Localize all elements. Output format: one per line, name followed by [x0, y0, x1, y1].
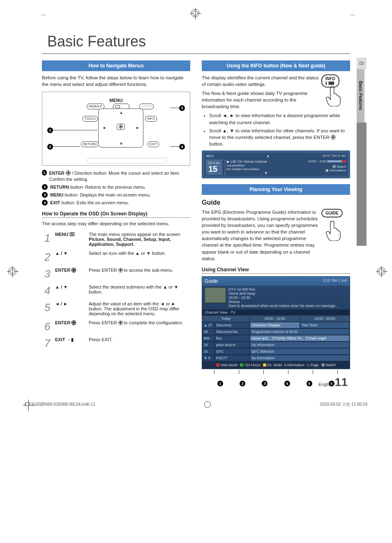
- info-bullet: Scroll ◄, ► to view information for a de…: [209, 112, 350, 125]
- guide-button-illustration: GUIDE: [321, 209, 350, 242]
- gui-rows: ▲ 27DiscoveryAmerican ChopperTine Team 2…: [202, 322, 350, 361]
- remote-menu-label: MENU: [46, 98, 186, 103]
- nn-channel-num: 15: [208, 165, 220, 173]
- page-title: Basic Features: [47, 33, 371, 50]
- gui-columns: Today 18:00 - 19:00 19:00 - 20:00: [202, 315, 350, 322]
- osd-step-num: 7: [43, 335, 53, 351]
- osd-step-desc: The main menu options appear on the scre…: [87, 230, 189, 248]
- callout-line: [53, 130, 97, 130]
- remote-callout-3: 3: [179, 105, 185, 111]
- callout-num: 5: [307, 381, 312, 386]
- osd-row: 5◄ / ►Adjust the value of an item with t…: [43, 300, 189, 318]
- intro-text: Before using the TV, follow the steps be…: [42, 74, 190, 88]
- gui-row: 16QVCQVC Selection: [202, 348, 350, 355]
- gui-prog: No Information: [250, 342, 350, 348]
- osd-row: 7EXIT →▮Press EXIT.: [43, 335, 189, 351]
- section-planning: Planning Your Viewing: [202, 184, 350, 195]
- remote-faded-row: [87, 158, 167, 164]
- gui-prog: Tine Team: [300, 322, 350, 328]
- gui-col: Today: [202, 315, 250, 322]
- section-how-to-navigate: How to Navigate Menus: [42, 60, 190, 71]
- osd-note: The access step may differ depending on …: [42, 220, 190, 227]
- gui-ch-name: DiscoveryH&L: [214, 328, 250, 335]
- osd-step-key: ▲ / ▼: [53, 283, 86, 299]
- callout-line: [170, 108, 179, 108]
- osd-rule: [42, 217, 190, 218]
- osd-step-num: 3: [43, 266, 53, 282]
- gui-ch-num: 24: [202, 342, 214, 348]
- gui-info-line: Drama: [228, 300, 347, 304]
- remote-callout-4: 4: [179, 144, 185, 150]
- osd-steps-table: 1 MENU ⌧ The main menu options appear on…: [42, 229, 190, 352]
- osd-row: 6ENTER 🕀Press ENTER 🕀 to complete the co…: [43, 319, 189, 335]
- nn-class: Unclassified: [227, 164, 305, 167]
- osd-step-key: EXIT →▮: [53, 335, 86, 351]
- osd-step-num: 5: [43, 300, 53, 318]
- info-bullet: Scroll ▲, ▼ to view information for othe…: [209, 127, 350, 147]
- legend-num: 3: [42, 192, 48, 198]
- osd-row: 1 MENU ⌧ The main menu options appear on…: [43, 230, 189, 248]
- remote-dpad: ▲ ▼ ◄ ► 🕀: [98, 109, 143, 148]
- osd-heading: How to Operate the OSD (On Screen Displa…: [42, 211, 190, 217]
- remote-callout-2: 2: [47, 144, 53, 150]
- osd-step-desc: Press ENTER 🕀 to complete the configurat…: [87, 319, 189, 335]
- nn-watch: Watch: [337, 165, 346, 169]
- osd-row: 3ENTER 🕀Press ENTER 🕀 to access the sub-…: [43, 266, 189, 282]
- osd-step-key: MENU ⌧: [53, 230, 86, 248]
- hand-icon: [325, 220, 343, 241]
- callout-num: 1: [217, 381, 223, 386]
- gui-row: ▼ 6R4DTTNo Information: [202, 355, 350, 361]
- guide-heading: Guide: [202, 199, 350, 206]
- using-channel-view-h: Using Channel View: [202, 267, 350, 273]
- legend-num: 1: [42, 170, 47, 176]
- osd-step-desc: Select the desired submenu with the ▲ or…: [87, 283, 189, 299]
- hand-icon: [325, 86, 343, 106]
- callout-line: [170, 146, 179, 147]
- remote-btn-info: INFO: [145, 116, 157, 122]
- callout-line: [53, 146, 80, 147]
- footer-file: [UC5100]BN68-02656B-00L04.indb 11: [25, 402, 95, 407]
- osd-step-num: 1: [43, 230, 53, 248]
- footer-date: 2010-03-02 오전 11:50:18: [320, 402, 367, 407]
- gui-col: 18:00 - 19:00: [250, 315, 300, 322]
- nn-abc: abc1: [206, 154, 214, 158]
- section-info-button: Using the INFO button (Now & Next guide): [202, 60, 350, 71]
- osd-step-key: ENTER 🕀: [53, 266, 86, 282]
- osd-step-desc: Adjust the value of an item with the ◄ o…: [87, 300, 189, 318]
- gui-ch-name: R4DTT: [214, 355, 250, 361]
- osd-step-num: 6: [43, 319, 53, 335]
- title-rule: [42, 53, 350, 54]
- gui-ch-name: QVC: [214, 348, 250, 355]
- gui-ch-name: Discovery: [214, 322, 250, 328]
- callout-num: 4: [284, 381, 290, 386]
- gui-info-line: DTV Air 800 five: [228, 287, 347, 291]
- page-number: English11: [318, 376, 348, 389]
- gui-row: 28DiscoveryH&LProgrammes resume at 06:00: [202, 328, 350, 335]
- print-footer: [UC5100]BN68-02656B-00L04.indb 11 2010-0…: [25, 401, 367, 408]
- gui-ch-name: price-drop.tv: [214, 342, 250, 348]
- osd-step-key: ENTER 🕀: [53, 319, 86, 335]
- osd-step-key: ◄ / ►: [53, 300, 86, 318]
- gui-prog: No Information: [250, 355, 350, 361]
- using-rule: [202, 273, 350, 274]
- gui-prog: American Chopper: [250, 322, 300, 328]
- gui-title: Guide: [205, 278, 218, 284]
- osd-step-desc: Select an icon with the ▲ or ▼ button.: [87, 249, 189, 265]
- gui-info-line: Dani is devastated when scott makes clea…: [228, 304, 347, 308]
- gui-clock: 2:10 Tue 1 Jun: [323, 278, 347, 284]
- remote-diagram: MENU MIDEA.P GUIDE TOOLS INFO RETURN EXI…: [42, 92, 190, 166]
- now-next-preview: abc1 ▲ 18:11 Thu 6 Jan DTV Air 15 ▶ Life…: [202, 150, 350, 178]
- gui-footer: View Mode +24 Hours Ch. Mode ℹ Informati…: [202, 361, 350, 369]
- gui-ch-name: five: [214, 335, 250, 342]
- remote-callout-1: 1: [47, 127, 53, 133]
- gui-ch-num: 800: [202, 335, 214, 342]
- gui-info-line: Home and Away: [228, 291, 347, 296]
- nn-programme: ▶ Life On Venus Avenue: [227, 159, 305, 164]
- gui-col: 19:00 - 20:00: [300, 315, 350, 322]
- nn-info: Information: [330, 169, 346, 172]
- legend-num: 4: [42, 200, 48, 206]
- legend-num: 2: [42, 184, 48, 190]
- osd-step-desc: Press EXIT.: [87, 335, 189, 351]
- osd-step-num: 4: [43, 283, 53, 299]
- nn-timespan: 18:00 ~ 6:00: [308, 159, 326, 163]
